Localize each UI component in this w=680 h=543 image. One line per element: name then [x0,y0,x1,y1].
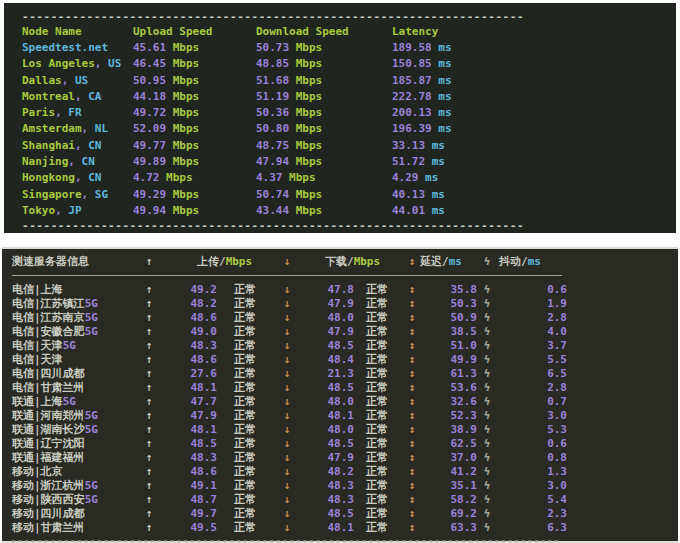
download-value: 47.9 [297,451,354,465]
carrier-city: 电信|江苏镇江 [12,297,85,310]
lightning-icon: ϟ [477,451,497,465]
download-status: 正常 [354,311,405,325]
cn-speedtest-row: 电信|江苏镇江5G↑48.2正常↓47.9正常↕50.3ϟ1.9 [2,297,678,311]
up-arrow-icon: ↑ [139,325,159,339]
up-down-arrow-icon: ↕ [405,325,419,339]
header-divider-line [12,275,562,276]
column-download-speed: Download Speed [256,23,392,40]
latency-unit: ms [425,139,445,152]
speed-unit: Mbps [166,122,199,135]
upload-value: 48.6 [159,465,217,479]
upload-value: 4.72 [133,171,160,184]
g5-tag: 5G [85,493,98,506]
down-arrow-icon: ↓ [277,311,297,325]
upload-value: 49.7 [159,507,217,521]
upload-status: 正常 [217,325,277,339]
city-name: Shanghai [22,139,75,152]
cn-speedtest-row: 电信|安徽合肥5G↑49.0正常↓47.9正常↕38.5ϟ4.0 [2,325,678,339]
speedtest-row: Hongkong, CN4.72 Mbps4.37 Mbps4.29 ms [4,170,676,186]
comma: , [55,106,62,119]
latency-value: 61.3 [419,367,477,381]
speed-unit: Mbps [166,41,199,54]
latency-value: 33.13 [392,139,425,152]
node-name: Shanghai, CN [4,138,133,154]
upload-speed: 44.18 Mbps [133,89,256,105]
server-name: 联通|河南郑州5G [2,409,139,423]
latency-value: 35.1 [419,479,477,493]
cn-speedtest-row: 电信|甘肃兰州↑48.1正常↓48.5正常↕53.6ϟ2.8 [2,381,678,395]
download-value: 48.4 [297,353,354,367]
upload-value: 49.1 [159,479,217,493]
latency-value: 200.13 [392,106,432,119]
download-speed: 47.94 Mbps [256,154,392,170]
jitter-value: 5.3 [497,423,567,437]
g5-tag: 5G [63,395,76,408]
up-down-arrow-icon: ↕ [405,507,419,521]
upload-status: 正常 [217,297,277,311]
up-down-arrow-icon: ↕ [405,521,419,535]
country-code: CA [82,90,102,103]
download-status: 正常 [354,479,405,493]
g5-tag: 5G [85,479,98,492]
jitter-value: 2.8 [497,381,567,395]
latency: 40.13 ms [392,187,676,203]
up-arrow-icon: ↑ [139,507,159,521]
carrier-city: 移动|浙江杭州 [12,479,85,492]
download-value: 21.3 [297,367,354,381]
down-arrow-icon: ↓ [277,437,297,451]
lightning-icon: ϟ [477,423,497,437]
g5-tag: 5G [85,409,98,422]
latency: 222.78 ms [392,89,676,105]
carrier-city: 电信|江苏南京 [12,311,85,324]
down-arrow-icon: ↓ [277,479,297,493]
node-name: Los Angeles, US [4,56,133,72]
g5-tag: 5G [85,423,98,436]
upload-speed: 49.72 Mbps [133,105,256,121]
up-down-arrow-icon: ↕ [405,395,419,409]
upload-value: 49.29 [133,188,166,201]
download-value: 48.5 [297,437,354,451]
cn-speedtest-row: 移动|陕西西安5G↑48.7正常↓48.3正常↕58.2ϟ5.4 [2,493,678,507]
jitter-value: 3.7 [497,339,567,353]
up-down-arrow-icon: ↕ [405,311,419,325]
latency-unit: ms [432,122,452,135]
carrier-city: 移动|四川成都 [12,507,85,520]
country-code: NL [88,122,108,135]
up-arrow-icon: ↑ [139,339,159,353]
up-arrow-icon: ↑ [139,254,159,270]
speed-unit: Mbps [166,204,199,217]
lightning-icon: ϟ [477,437,497,451]
carrier-city: 移动|北京 [12,465,63,478]
speedtest-row: Dallas, US50.95 Mbps51.68 Mbps185.87 ms [4,73,676,89]
upload-speed: 52.09 Mbps [133,121,256,137]
speed-unit: Mbps [289,57,322,70]
server-name: 移动|北京 [2,465,139,479]
lightning-icon: ϟ [477,297,497,311]
cn-speedtest-row: 电信|四川成都↑27.6正常↓21.3正常↕61.3ϟ6.5 [2,367,678,381]
latency: 44.01 ms [392,203,676,219]
down-arrow-icon: ↓ [277,507,297,521]
upload-value: 49.72 [133,106,166,119]
comma: , [75,139,82,152]
speed-unit: Mbps [289,41,322,54]
latency-unit: ms [432,90,452,103]
comma: , [68,155,75,168]
cn-speedtest-row: 电信|上海↑49.2正常↓47.8正常↕35.8ϟ0.6 [2,283,678,297]
latency-value: 41.2 [419,465,477,479]
jitter-value: 0.6 [497,283,567,297]
upload-value: 48.2 [159,297,217,311]
up-down-arrow-icon: ↕ [405,493,419,507]
speedtest-row: Speedtest.net45.61 Mbps50.73 Mbps189.58 … [4,40,676,56]
carrier-city: 电信|安徽合肥 [12,325,85,338]
server-name: 电信|上海 [2,283,139,297]
separator-line: ----------------------------------------… [4,10,676,23]
latency-value: 53.6 [419,381,477,395]
download-value: 47.8 [297,283,354,297]
node-name: Speedtest.net [4,40,133,56]
latency-value: 196.39 [392,122,432,135]
latency-value: 35.8 [419,283,477,297]
latency-unit: ms [432,41,452,54]
country-code: FR [62,106,82,119]
speedtest-terminal-output: ----------------------------------------… [4,3,676,233]
city-name: Singapore [22,188,82,201]
